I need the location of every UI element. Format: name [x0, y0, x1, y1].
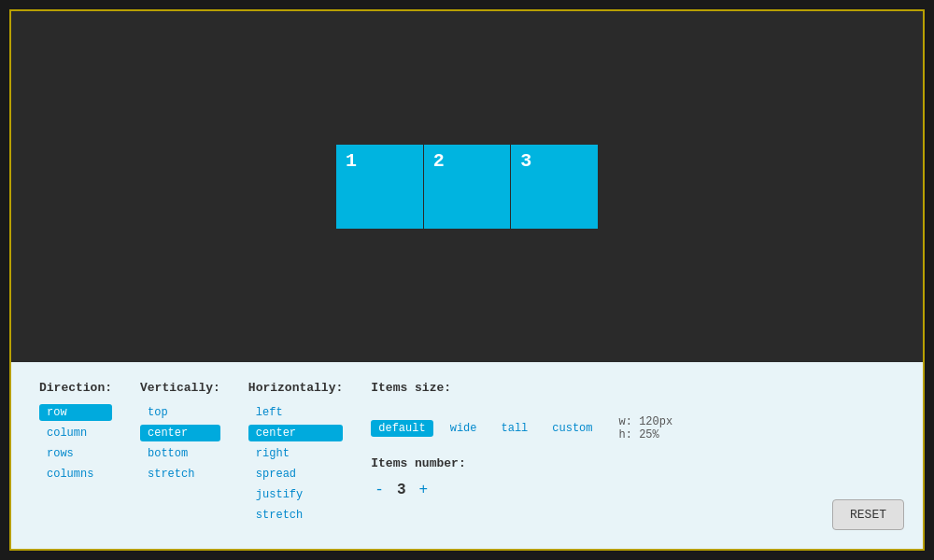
controls-area: Direction: row column rows columns Verti…: [11, 362, 923, 549]
width-label: w:: [619, 415, 632, 428]
flex-demo: 1 2 3: [336, 145, 598, 229]
size-custom-btn[interactable]: custom: [545, 420, 600, 437]
direction-column-btn[interactable]: column: [39, 425, 112, 441]
height-label: h:: [619, 428, 632, 441]
preview-area: 1 2 3: [11, 11, 923, 362]
horizontally-left-btn[interactable]: left: [248, 404, 343, 421]
vertically-bottom-btn[interactable]: bottom: [140, 445, 220, 462]
height-value: 25%: [639, 428, 659, 441]
items-number-section: Items number: - 3 +: [371, 456, 672, 498]
direction-label: Direction:: [39, 381, 112, 395]
vertically-center-btn[interactable]: center: [140, 425, 220, 441]
increase-btn[interactable]: +: [415, 482, 432, 498]
reset-button[interactable]: RESET: [832, 499, 904, 530]
horizontally-label: Horizontally:: [248, 381, 343, 395]
flex-item-3: 3: [511, 145, 598, 229]
items-section: Items size: default wide tall custom w: …: [371, 381, 672, 498]
direction-columns-btn[interactable]: columns: [39, 466, 112, 483]
app-container: 1 2 3 Direction: row column rows columns…: [9, 9, 925, 551]
direction-group: Direction: row column rows columns: [39, 381, 112, 483]
size-default-btn[interactable]: default: [371, 420, 432, 437]
flex-item-2: 2: [424, 145, 512, 229]
direction-rows-btn[interactable]: rows: [39, 445, 112, 462]
flex-item-1-label: 1: [346, 150, 357, 172]
number-controls: - 3 +: [371, 482, 672, 498]
horizontally-right-btn[interactable]: right: [248, 445, 343, 462]
horizontally-justify-btn[interactable]: justify: [248, 486, 343, 503]
items-size-label: Items size:: [371, 381, 672, 395]
width-info: w: 120px: [619, 415, 673, 428]
height-info: h: 25%: [619, 428, 673, 441]
flex-item-2-label: 2: [433, 150, 445, 172]
horizontally-group: Horizontally: left center right spread j…: [248, 381, 343, 524]
size-info: w: 120px h: 25%: [619, 415, 673, 441]
flex-item-1: 1: [336, 145, 424, 229]
vertically-top-btn[interactable]: top: [140, 404, 220, 421]
vertically-label: Vertically:: [140, 381, 220, 395]
size-tall-btn[interactable]: tall: [494, 420, 536, 437]
decrease-btn[interactable]: -: [371, 482, 388, 498]
flex-item-3-label: 3: [520, 150, 531, 172]
vertically-stretch-btn[interactable]: stretch: [140, 466, 220, 483]
direction-row-btn[interactable]: row: [39, 404, 112, 421]
size-wide-btn[interactable]: wide: [443, 420, 485, 437]
horizontally-center-btn[interactable]: center: [248, 425, 343, 441]
horizontally-spread-btn[interactable]: spread: [248, 466, 343, 483]
horizontally-stretch-btn[interactable]: stretch: [248, 507, 343, 524]
items-size-row: default wide tall custom w: 120px h: 25%: [371, 415, 672, 441]
vertically-group: Vertically: top center bottom stretch: [140, 381, 220, 483]
items-count: 3: [397, 482, 406, 498]
items-number-label: Items number:: [371, 456, 672, 470]
width-value: 120px: [639, 415, 672, 428]
